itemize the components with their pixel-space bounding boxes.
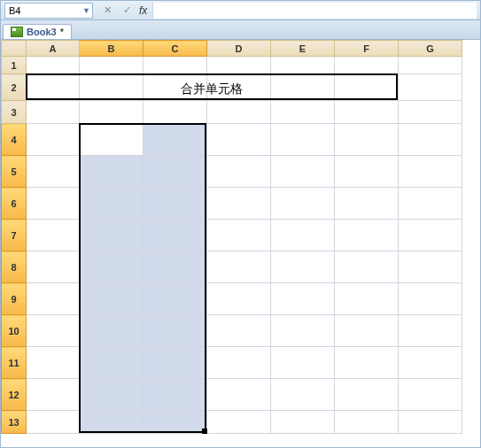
cell-C13[interactable] bbox=[144, 411, 207, 434]
cell-A11[interactable] bbox=[27, 347, 80, 379]
cell-G6[interactable] bbox=[399, 188, 462, 220]
cell-D3[interactable] bbox=[207, 101, 271, 124]
cell-F2[interactable] bbox=[335, 74, 399, 101]
cell-B11[interactable] bbox=[80, 347, 144, 379]
cell-C9[interactable] bbox=[144, 283, 207, 315]
cell-B9[interactable] bbox=[80, 283, 144, 315]
name-box-dropdown-icon[interactable]: ▼ bbox=[82, 6, 90, 15]
row-header-4[interactable]: 4 bbox=[2, 124, 27, 156]
cell-D1[interactable] bbox=[207, 57, 271, 74]
cell-G13[interactable] bbox=[399, 411, 462, 434]
formula-input[interactable] bbox=[152, 3, 477, 19]
cell-D6[interactable] bbox=[207, 188, 271, 220]
cell-E13[interactable] bbox=[271, 411, 335, 434]
row-header-5[interactable]: 5 bbox=[2, 156, 27, 188]
cell-E4[interactable] bbox=[271, 124, 335, 156]
cell-G9[interactable] bbox=[399, 283, 462, 315]
cell-D5[interactable] bbox=[207, 156, 271, 188]
cell-A12[interactable] bbox=[27, 379, 80, 411]
cell-G5[interactable] bbox=[399, 156, 462, 188]
cell-D13[interactable] bbox=[207, 411, 271, 434]
cell-B2[interactable] bbox=[80, 74, 144, 101]
cell-D10[interactable] bbox=[207, 315, 271, 347]
cell-C7[interactable] bbox=[144, 220, 207, 251]
row-header-7[interactable]: 7 bbox=[2, 220, 27, 251]
cell-F10[interactable] bbox=[335, 315, 399, 347]
workbook-tab[interactable]: Book3 * bbox=[3, 24, 72, 39]
cell-C10[interactable] bbox=[144, 315, 207, 347]
cell-D2[interactable] bbox=[207, 74, 271, 101]
cell-B8[interactable] bbox=[80, 251, 144, 283]
cell-A2[interactable] bbox=[27, 74, 80, 101]
spreadsheet-grid[interactable]: ABCDEFG12345678910111213 合并单元格 bbox=[1, 40, 480, 447]
name-box[interactable]: B4 ▼ bbox=[4, 3, 93, 19]
cell-E9[interactable] bbox=[271, 283, 335, 315]
cell-B7[interactable] bbox=[80, 220, 144, 251]
cell-F12[interactable] bbox=[335, 379, 399, 411]
column-header-D[interactable]: D bbox=[207, 41, 271, 57]
cell-F9[interactable] bbox=[335, 283, 399, 315]
cell-G10[interactable] bbox=[399, 315, 462, 347]
row-header-9[interactable]: 9 bbox=[2, 283, 27, 315]
cell-E1[interactable] bbox=[271, 57, 335, 74]
cell-F1[interactable] bbox=[335, 57, 399, 74]
cell-B3[interactable] bbox=[80, 101, 144, 124]
row-header-12[interactable]: 12 bbox=[2, 379, 27, 411]
column-header-A[interactable]: A bbox=[27, 41, 80, 57]
cell-D11[interactable] bbox=[207, 347, 271, 379]
row-header-2[interactable]: 2 bbox=[2, 74, 27, 101]
cell-A4[interactable] bbox=[27, 124, 80, 156]
cell-F5[interactable] bbox=[335, 156, 399, 188]
cell-C6[interactable] bbox=[144, 188, 207, 220]
cell-E5[interactable] bbox=[271, 156, 335, 188]
row-header-11[interactable]: 11 bbox=[2, 347, 27, 379]
cell-A6[interactable] bbox=[27, 188, 80, 220]
cell-A13[interactable] bbox=[27, 411, 80, 434]
cell-D9[interactable] bbox=[207, 283, 271, 315]
cell-E10[interactable] bbox=[271, 315, 335, 347]
column-header-B[interactable]: B bbox=[80, 41, 144, 57]
cell-E8[interactable] bbox=[271, 251, 335, 283]
cell-A3[interactable] bbox=[27, 101, 80, 124]
cell-G8[interactable] bbox=[399, 251, 462, 283]
cell-B13[interactable] bbox=[80, 411, 144, 434]
cell-F8[interactable] bbox=[335, 251, 399, 283]
cell-B12[interactable] bbox=[80, 379, 144, 411]
cell-D8[interactable] bbox=[207, 251, 271, 283]
cell-E11[interactable] bbox=[271, 347, 335, 379]
row-header-13[interactable]: 13 bbox=[2, 411, 27, 434]
row-header-1[interactable]: 1 bbox=[2, 57, 27, 74]
cell-B5[interactable] bbox=[80, 156, 144, 188]
cell-C1[interactable] bbox=[144, 57, 207, 74]
cell-F7[interactable] bbox=[335, 220, 399, 251]
column-header-C[interactable]: C bbox=[144, 41, 207, 57]
cell-D4[interactable] bbox=[207, 124, 271, 156]
cell-G12[interactable] bbox=[399, 379, 462, 411]
cell-F4[interactable] bbox=[335, 124, 399, 156]
cell-A9[interactable] bbox=[27, 283, 80, 315]
row-header-3[interactable]: 3 bbox=[2, 101, 27, 124]
cell-E3[interactable] bbox=[271, 101, 335, 124]
cell-G11[interactable] bbox=[399, 347, 462, 379]
cell-B10[interactable] bbox=[80, 315, 144, 347]
cell-A7[interactable] bbox=[27, 220, 80, 251]
cell-E7[interactable] bbox=[271, 220, 335, 251]
cell-A5[interactable] bbox=[27, 156, 80, 188]
cell-C11[interactable] bbox=[144, 347, 207, 379]
select-all-corner[interactable] bbox=[2, 41, 27, 57]
cell-A10[interactable] bbox=[27, 315, 80, 347]
cell-F3[interactable] bbox=[335, 101, 399, 124]
cell-B1[interactable] bbox=[80, 57, 144, 74]
cell-C3[interactable] bbox=[144, 101, 207, 124]
cell-C12[interactable] bbox=[144, 379, 207, 411]
cell-C5[interactable] bbox=[144, 156, 207, 188]
cell-F6[interactable] bbox=[335, 188, 399, 220]
cell-A8[interactable] bbox=[27, 251, 80, 283]
row-header-10[interactable]: 10 bbox=[2, 315, 27, 347]
accept-formula-icon[interactable]: ✓ bbox=[120, 4, 134, 16]
cell-C8[interactable] bbox=[144, 251, 207, 283]
cell-B4[interactable] bbox=[80, 124, 144, 156]
cell-B6[interactable] bbox=[80, 188, 144, 220]
cell-E2[interactable] bbox=[271, 74, 335, 101]
column-header-E[interactable]: E bbox=[271, 41, 335, 57]
